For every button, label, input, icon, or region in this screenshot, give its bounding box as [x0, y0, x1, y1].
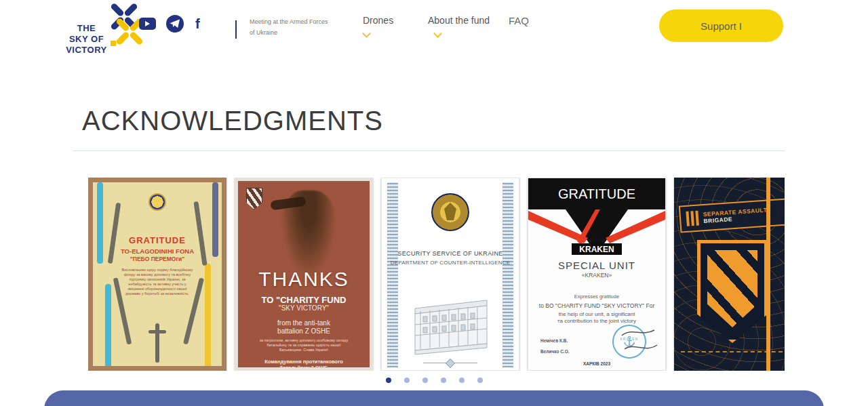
header-divider — [235, 20, 237, 39]
certificate-card-assault-brigade[interactable]: SEPARATE ASSAULT BRIGADE — [674, 178, 785, 371]
next-section-band — [44, 390, 824, 406]
brigade-shield-icon — [697, 240, 768, 343]
certificate-body-line3: the help of our unit, a significant — [528, 311, 665, 317]
page-title: ACKNOWLEDGMENTS — [82, 106, 383, 136]
carousel-dot[interactable] — [441, 378, 446, 383]
certificate-footer-line2: батальйону 3 ОШБ — [238, 365, 370, 367]
nav-meeting-line1: Meeting at the Armed Forces — [250, 16, 328, 27]
certificate-body-text: Висловлюємо щиру подяку благодійному фон… — [121, 268, 193, 296]
certificate-recipient: TO-ELAGODINIHI FONA — [93, 247, 222, 255]
fund-emblem-icon — [149, 193, 166, 211]
handwritten-signature — [619, 326, 660, 360]
certificate-body-line2: to BO "CHARITY FUND "SKY VICTORY" For — [528, 302, 665, 309]
youtube-icon[interactable] — [139, 18, 156, 30]
certificate-body-line1: Expresses gratitude — [528, 293, 665, 300]
kraken-banner: KRAKEN GRATITUDE — [528, 178, 665, 258]
certificate-footer: ХАРКІВ 2023 — [528, 361, 665, 366]
carousel-track: GRATITUDE TO-ELAGODINIHI FONA "ПЕБО ПЕРЕ… — [88, 178, 785, 371]
nav-item-drones[interactable]: Drones — [363, 15, 393, 26]
carousel-dot[interactable] — [459, 378, 465, 383]
nav-item-faq[interactable]: FAQ — [509, 15, 529, 26]
carousel-dot[interactable] — [404, 378, 410, 383]
certificate-footer-line1: Командування протитанкового — [238, 359, 370, 365]
support-button[interactable]: Support I — [659, 9, 783, 42]
orange-edge-strip — [766, 178, 770, 371]
three-bars-icon — [686, 211, 698, 226]
kraken-logo-text: KRAKEN — [579, 245, 614, 254]
carousel-dot[interactable] — [386, 378, 391, 383]
certificate-artwork: THANKS TO "CHARITY FUND "SKY VICTORY" fr… — [238, 181, 370, 367]
certificate-recipient-name: "SKY VICTORY" — [238, 304, 370, 312]
carousel-dot[interactable] — [477, 378, 483, 383]
telegram-icon[interactable] — [166, 15, 184, 33]
certificate-card-security-service[interactable]: SECURITY SERVICE OF UKRAINE DEPARTMENT O… — [381, 178, 519, 371]
department-name: DEPARTMENT OF COUNTER-INTELLIGENCE — [382, 260, 519, 266]
certificate-from-line2: battalion Z OSHE — [238, 327, 370, 336]
acknowledgments-carousel: GRATITUDE TO-ELAGODINIHI FONA "ПЕБО ПЕРЕ… — [73, 178, 785, 371]
certificate-title: GRATITUDE — [93, 235, 222, 245]
site-header: THE SKY OF VICTORY f Meeting at the Arme… — [0, 0, 868, 54]
chevron-down-icon[interactable] — [363, 31, 369, 36]
nav-item-meeting[interactable]: Meeting at the Armed Forces of Ukraine — [250, 16, 328, 38]
section-divider — [73, 150, 785, 151]
gratitude-title: GRATITUDE — [558, 186, 635, 201]
guilloche-border — [387, 182, 398, 367]
carousel-dot[interactable] — [422, 378, 428, 383]
nav-item-about-the-fund[interactable]: About the fund — [428, 15, 490, 26]
guilloche-border — [502, 182, 513, 367]
certificate-artwork: GRATITUDE TO-ELAGODINIHI FONA "ПЕБО ПЕРЕ… — [93, 182, 222, 366]
certificate-card-sky-victory-diploma[interactable]: GRATITUDE TO-ELAGODINIHI FONA "ПЕБО ПЕРЕ… — [88, 178, 226, 371]
signature-name-2: Величко С.О. — [540, 349, 570, 354]
certificate-card-anti-tank-battalion[interactable]: THANKS TO "CHARITY FUND "SKY VICTORY" fr… — [235, 178, 373, 371]
organization-name: SECURITY SERVICE OF UKRAINE — [382, 250, 519, 257]
sword-illustration — [155, 323, 159, 363]
certificate-body-text: за патріотизм, активну допомогу особовом… — [258, 338, 350, 352]
building-sketch — [407, 285, 495, 357]
certificate-title: THANKS — [238, 268, 370, 291]
certificate-from-line1: from the anti-tank — [238, 319, 370, 327]
ornament-divider — [423, 363, 478, 363]
certificate-recipient: TO "CHARITY FUND — [238, 295, 370, 305]
battalion-shield-icon — [246, 188, 262, 209]
certificate-recipient-name: "ПЕБО ПЕРЕМОги" — [93, 256, 222, 262]
sbu-emblem-icon — [431, 193, 469, 231]
chevron-down-icon[interactable] — [435, 31, 440, 36]
signature-name-1: Немічев К.В. — [540, 338, 568, 343]
nav-meeting-line2: of Ukraine — [250, 27, 328, 38]
unit-subname: «KRAKEN» — [528, 272, 665, 279]
unit-name: SPECIAL UNIT — [528, 260, 665, 271]
facebook-icon[interactable]: f — [195, 16, 200, 32]
certificate-card-kraken[interactable]: KRAKEN GRATITUDE SPECIAL UNIT «KRAKEN» E… — [528, 178, 666, 371]
carousel-dots — [0, 378, 868, 383]
